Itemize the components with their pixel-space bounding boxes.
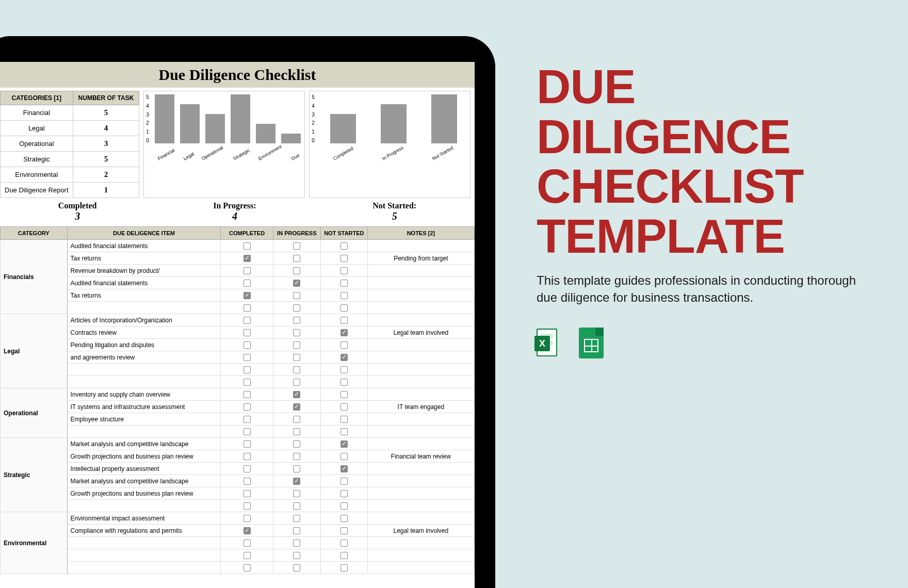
checkbox[interactable] [340, 564, 348, 571]
checkbox[interactable] [293, 341, 300, 349]
completed-cell [221, 339, 273, 351]
checkbox[interactable] [340, 502, 348, 510]
checkbox[interactable] [244, 540, 251, 547]
checkbox[interactable] [244, 490, 251, 497]
checkbox[interactable] [340, 416, 348, 423]
checkbox[interactable] [340, 341, 348, 349]
checkbox[interactable] [244, 366, 251, 373]
checkbox[interactable] [293, 453, 300, 460]
item-cell [67, 364, 221, 376]
checkbox[interactable] [340, 490, 348, 497]
checkbox[interactable] [244, 453, 251, 460]
notes-cell [367, 265, 474, 277]
checkbox[interactable] [340, 478, 348, 485]
checkbox[interactable] [244, 502, 251, 510]
checkbox[interactable] [244, 440, 251, 448]
bar [330, 114, 356, 143]
checkbox[interactable] [340, 515, 348, 522]
checkbox[interactable] [293, 564, 300, 571]
checkbox[interactable] [244, 354, 251, 361]
checkbox[interactable] [293, 267, 300, 274]
cat-name: Operational [1, 136, 73, 152]
checkbox[interactable] [340, 440, 348, 448]
checkbox[interactable] [340, 527, 348, 534]
item-cell: Environmental impact assessment [67, 512, 221, 525]
checkbox[interactable] [244, 478, 251, 485]
checkbox[interactable] [340, 354, 348, 361]
checkbox[interactable] [244, 428, 251, 435]
checkbox[interactable] [340, 391, 348, 398]
checkbox[interactable] [293, 552, 300, 559]
checkbox[interactable] [244, 292, 251, 299]
checkbox[interactable] [293, 416, 300, 423]
checkbox[interactable] [340, 267, 348, 274]
checkbox[interactable] [293, 403, 300, 411]
checkbox[interactable] [340, 540, 348, 547]
completed-cell [221, 549, 273, 562]
checkbox[interactable] [293, 490, 300, 497]
checkbox[interactable] [293, 502, 300, 510]
checkbox[interactable] [293, 304, 300, 312]
checkbox[interactable] [293, 317, 300, 324]
checkbox[interactable] [293, 379, 300, 386]
checkbox[interactable] [340, 428, 348, 435]
col-header-notes: NOTES [2] [367, 227, 474, 240]
item-cell: Tax returns [67, 252, 221, 265]
checkbox[interactable] [244, 255, 251, 262]
checkbox[interactable] [293, 465, 300, 472]
checkbox[interactable] [244, 329, 251, 336]
checkbox[interactable] [293, 366, 300, 373]
checkbox[interactable] [244, 267, 251, 274]
checkbox[interactable] [244, 317, 251, 324]
checkbox[interactable] [293, 540, 300, 547]
checkbox[interactable] [293, 391, 300, 398]
checkbox[interactable] [340, 304, 348, 312]
summary-notstarted: Not Started: 5 [372, 201, 416, 222]
completed-cell [221, 364, 273, 376]
checkbox[interactable] [340, 255, 348, 262]
checkbox[interactable] [293, 329, 300, 336]
checkbox[interactable] [340, 329, 348, 336]
checkbox[interactable] [293, 440, 300, 448]
checkbox[interactable] [293, 255, 300, 262]
checkbox[interactable] [340, 453, 348, 460]
checkbox[interactable] [340, 280, 348, 287]
notstarted-cell [321, 326, 368, 339]
checkbox[interactable] [244, 391, 251, 398]
checkbox[interactable] [340, 465, 348, 472]
checkbox[interactable] [340, 552, 348, 559]
tablet-screen: Due Diligence Checklist CATEGORIES [1] N… [0, 62, 475, 588]
checkbox[interactable] [340, 317, 348, 324]
checkbox[interactable] [244, 242, 251, 250]
checkbox[interactable] [244, 552, 251, 559]
checkbox[interactable] [244, 465, 251, 472]
completed-cell [221, 525, 273, 537]
checkbox[interactable] [293, 527, 300, 534]
checkbox[interactable] [293, 242, 300, 250]
checkbox[interactable] [340, 403, 348, 411]
checkbox[interactable] [244, 304, 251, 312]
checkbox[interactable] [340, 292, 348, 299]
checkbox[interactable] [244, 416, 251, 423]
checkbox[interactable] [293, 428, 300, 435]
checkbox[interactable] [244, 341, 251, 349]
checkbox[interactable] [244, 280, 251, 287]
checkbox[interactable] [244, 527, 251, 534]
checkbox[interactable] [293, 478, 300, 485]
checkbox[interactable] [293, 292, 300, 299]
completed-cell [221, 426, 273, 438]
checkbox[interactable] [340, 242, 348, 250]
notes-cell: Pending from target [367, 252, 474, 265]
checkbox[interactable] [244, 515, 251, 522]
checkbox[interactable] [293, 354, 300, 361]
notstarted-cell [321, 351, 368, 364]
checkbox[interactable] [340, 366, 348, 373]
checkbox[interactable] [340, 379, 348, 386]
checkbox[interactable] [293, 515, 300, 522]
checkbox[interactable] [244, 403, 251, 411]
checkbox[interactable] [293, 280, 300, 287]
checkbox[interactable] [244, 379, 251, 386]
checkbox[interactable] [244, 564, 251, 571]
notstarted-cell [321, 549, 368, 562]
item-cell: Audited financial statements [67, 277, 221, 289]
